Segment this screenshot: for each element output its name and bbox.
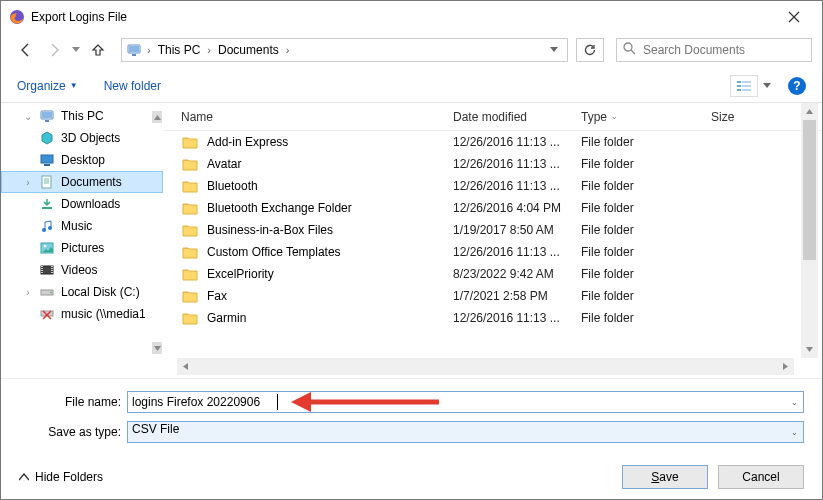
back-button[interactable]: [13, 38, 39, 62]
vertical-scrollbar[interactable]: [801, 103, 818, 358]
table-row[interactable]: Avatar12/26/2016 11:13 ...File folder: [163, 153, 822, 175]
scroll-down-arrow[interactable]: [801, 341, 818, 358]
view-options-button[interactable]: [730, 75, 758, 97]
pictures-icon: [39, 240, 55, 256]
sidebar-item-network-music[interactable]: › music (\\media1: [1, 303, 163, 325]
new-folder-button[interactable]: New folder: [104, 79, 161, 93]
hide-folders-toggle[interactable]: Hide Folders: [19, 470, 103, 484]
sidebar-item-label: music (\\media1: [61, 307, 146, 321]
sidebar-item-local-disk[interactable]: › Local Disk (C:): [1, 281, 163, 303]
sidebar-item-this-pc[interactable]: ⌄ This PC: [1, 105, 163, 127]
recent-locations-dropdown[interactable]: [69, 47, 83, 53]
table-row[interactable]: Business-in-a-Box Files1/19/2017 8:50 AM…: [163, 219, 822, 241]
saveastype-dropdown[interactable]: ⌄: [787, 424, 801, 440]
column-header-name[interactable]: Name: [181, 110, 453, 124]
expand-icon[interactable]: ›: [23, 287, 33, 298]
table-row[interactable]: Custom Office Templates12/26/2016 11:13 …: [163, 241, 822, 263]
sidebar-item-documents[interactable]: › Documents: [1, 171, 163, 193]
sidebar-item-label: This PC: [61, 109, 104, 123]
table-row[interactable]: Garmin12/26/2016 11:13 ...File folder: [163, 307, 822, 329]
file-type: File folder: [581, 135, 711, 149]
address-dropdown[interactable]: [545, 47, 563, 53]
sidebar-item-desktop[interactable]: › Desktop: [1, 149, 163, 171]
svg-rect-5: [737, 81, 741, 83]
breadcrumb-root[interactable]: This PC: [156, 43, 203, 57]
search-icon: [623, 42, 637, 58]
scroll-right-arrow[interactable]: [777, 358, 794, 375]
svg-rect-15: [44, 164, 50, 166]
collapse-icon[interactable]: ⌄: [23, 111, 33, 122]
filename-input[interactable]: [127, 391, 804, 413]
svg-point-21: [44, 245, 47, 248]
file-name: Fax: [207, 289, 453, 303]
column-header-type[interactable]: Type⌄: [581, 110, 711, 124]
sidebar-scroll-down[interactable]: [152, 342, 162, 354]
table-row[interactable]: Bluetooth12/26/2016 11:13 ...File folder: [163, 175, 822, 197]
close-button[interactable]: [774, 3, 814, 31]
save-button[interactable]: Save: [622, 465, 708, 489]
firefox-icon: [9, 9, 25, 25]
3d-objects-icon: [39, 130, 55, 146]
file-type: File folder: [581, 179, 711, 193]
sidebar-item-3d-objects[interactable]: › 3D Objects: [1, 127, 163, 149]
svg-point-18: [42, 228, 46, 232]
file-name: Garmin: [207, 311, 453, 325]
column-header-size[interactable]: Size: [711, 110, 771, 124]
sidebar-item-label: Pictures: [61, 241, 104, 255]
filename-dropdown[interactable]: ⌄: [787, 394, 801, 410]
file-date: 8/23/2022 9:42 AM: [453, 267, 581, 281]
scroll-up-arrow[interactable]: [801, 103, 818, 120]
sidebar-scroll-up[interactable]: [152, 111, 162, 123]
sidebar-item-label: Documents: [61, 175, 122, 189]
downloads-icon: [39, 196, 55, 212]
network-drive-icon: [39, 306, 55, 322]
file-date: 1/7/2021 2:58 PM: [453, 289, 581, 303]
forward-button[interactable]: [41, 38, 67, 62]
address-bar[interactable]: › This PC › Documents ›: [121, 38, 568, 62]
sidebar-item-pictures[interactable]: › Pictures: [1, 237, 163, 259]
svg-rect-6: [742, 81, 751, 83]
up-button[interactable]: [85, 38, 111, 62]
chevron-right-icon[interactable]: ›: [281, 44, 295, 56]
file-type: File folder: [581, 245, 711, 259]
table-row[interactable]: Add-in Express12/26/2016 11:13 ...File f…: [163, 131, 822, 153]
table-row[interactable]: Bluetooth Exchange Folder12/26/2016 4:04…: [163, 197, 822, 219]
sidebar-item-music[interactable]: › Music: [1, 215, 163, 237]
table-row[interactable]: Fax1/7/2021 2:58 PMFile folder: [163, 285, 822, 307]
help-button[interactable]: ?: [788, 77, 806, 95]
file-date: 12/26/2016 11:13 ...: [453, 245, 581, 259]
sidebar-item-downloads[interactable]: › Downloads: [1, 193, 163, 215]
chevron-right-icon[interactable]: ›: [202, 44, 216, 56]
organize-menu[interactable]: Organize ▼: [17, 79, 78, 93]
table-row[interactable]: ExcelPriority8/23/2022 9:42 AMFile folde…: [163, 263, 822, 285]
file-list-area: Name Date modified Type⌄ Size Add-in Exp…: [163, 103, 822, 378]
svg-point-19: [48, 226, 52, 230]
filename-label: File name:: [19, 395, 127, 409]
nav-row: › This PC › Documents › Search Documents: [1, 31, 822, 69]
expand-icon[interactable]: ›: [23, 177, 33, 188]
breadcrumb-folder[interactable]: Documents: [216, 43, 281, 57]
saveastype-select[interactable]: CSV File: [127, 421, 804, 443]
toolbar: Organize ▼ New folder ?: [1, 69, 822, 103]
column-headers: Name Date modified Type⌄ Size: [163, 103, 822, 131]
horizontal-scrollbar[interactable]: [177, 358, 794, 375]
cancel-button[interactable]: Cancel: [718, 465, 804, 489]
file-name: Avatar: [207, 157, 453, 171]
sidebar-item-label: Videos: [61, 263, 97, 277]
scroll-thumb[interactable]: [803, 120, 816, 260]
scroll-left-arrow[interactable]: [177, 358, 194, 375]
sidebar-item-label: Desktop: [61, 153, 105, 167]
column-header-date[interactable]: Date modified: [453, 110, 581, 124]
search-input[interactable]: Search Documents: [616, 38, 812, 62]
sidebar-item-videos[interactable]: › Videos: [1, 259, 163, 281]
file-date: 12/26/2016 11:13 ...: [453, 179, 581, 193]
sidebar-item-label: 3D Objects: [61, 131, 120, 145]
folder-icon: [181, 222, 199, 238]
svg-rect-12: [42, 112, 52, 118]
view-dropdown[interactable]: [760, 75, 774, 97]
folder-icon: [181, 266, 199, 282]
chevron-right-icon[interactable]: ›: [142, 44, 156, 56]
folder-icon: [181, 200, 199, 216]
file-name: Bluetooth: [207, 179, 453, 193]
refresh-button[interactable]: [576, 38, 604, 62]
